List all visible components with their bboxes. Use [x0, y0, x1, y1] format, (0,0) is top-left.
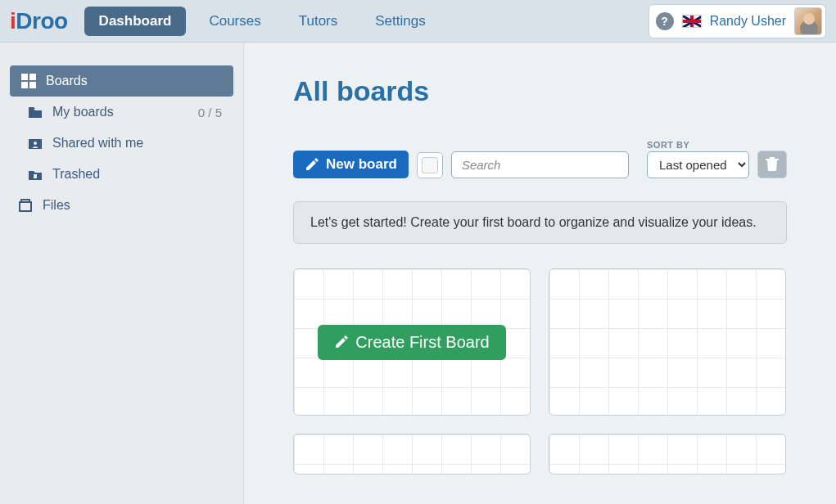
trash-button[interactable] [757, 151, 787, 178]
sidebar-item-label: Trashed [52, 167, 100, 182]
board-tile-create: Create First Board [293, 268, 531, 416]
main-content: All boards New board SORT BY Last opened [244, 43, 836, 504]
user-name: Randy Usher [710, 14, 786, 29]
avatar[interactable] [794, 7, 822, 35]
nav-tutors[interactable]: Tutors [284, 7, 353, 36]
create-first-label: Create First Board [355, 333, 489, 352]
sidebar-item-files[interactable]: Files [10, 190, 233, 221]
sort-by-label: SORT BY [647, 140, 749, 150]
page-title: All boards [293, 75, 787, 107]
folder-icon [28, 105, 43, 119]
sidebar-item-label: My boards [52, 105, 114, 119]
nav-settings[interactable]: Settings [360, 7, 440, 36]
select-all-checkbox[interactable] [417, 152, 443, 178]
logo-rest: Droo [16, 8, 67, 34]
boards-icon [21, 74, 36, 88]
help-icon[interactable]: ? [656, 12, 674, 30]
edit-icon [334, 335, 349, 349]
svg-rect-1 [29, 74, 36, 80]
new-board-label: New board [326, 156, 397, 173]
nav-courses[interactable]: Courses [194, 7, 275, 36]
board-tile-empty[interactable] [549, 268, 786, 416]
user-box[interactable]: ? Randy Usher [648, 4, 826, 38]
sort-block: SORT BY Last opened [647, 140, 749, 178]
board-tile-empty[interactable] [549, 434, 786, 475]
edit-icon [305, 157, 319, 172]
sidebar-item-trashed[interactable]: Trashed [10, 159, 233, 190]
shared-icon [28, 136, 43, 151]
svg-rect-6 [20, 202, 31, 211]
svg-rect-3 [29, 82, 36, 88]
boards-grid: Create First Board [293, 268, 787, 475]
nav-dashboard[interactable]: Dashboard [84, 7, 187, 36]
create-first-board-button[interactable]: Create First Board [318, 325, 505, 360]
logo[interactable]: iDroo [10, 8, 68, 34]
top-bar: iDroo Dashboard Courses Tutors Settings … [0, 0, 836, 43]
trash-icon [765, 157, 780, 172]
sidebar-item-label: Shared with me [52, 136, 143, 151]
sidebar-item-label: Files [43, 198, 70, 213]
search-input[interactable] [451, 151, 629, 178]
svg-rect-5 [34, 174, 37, 178]
main-nav: Dashboard Courses Tutors Settings [84, 7, 441, 36]
new-board-button[interactable]: New board [293, 151, 409, 178]
svg-point-4 [34, 142, 37, 145]
flag-icon[interactable] [682, 15, 702, 28]
info-banner: Let's get started! Create your first boa… [293, 201, 787, 244]
my-boards-count: 0 / 5 [198, 106, 222, 119]
files-icon [18, 198, 33, 213]
sidebar-item-label: Boards [46, 74, 88, 88]
logo-i: i [10, 8, 16, 34]
sidebar-item-boards[interactable]: Boards [10, 65, 233, 97]
sort-select[interactable]: Last opened [647, 151, 749, 178]
toolbar: New board SORT BY Last opened [293, 140, 787, 178]
sidebar-item-shared[interactable]: Shared with me [10, 128, 233, 159]
sidebar: Boards My boards 0 / 5 Shared with me T [0, 43, 244, 504]
board-tile-empty[interactable] [293, 434, 531, 475]
svg-rect-2 [21, 82, 28, 88]
sidebar-item-my-boards[interactable]: My boards 0 / 5 [10, 97, 233, 128]
trash-folder-icon [28, 167, 43, 182]
svg-rect-0 [21, 74, 28, 80]
